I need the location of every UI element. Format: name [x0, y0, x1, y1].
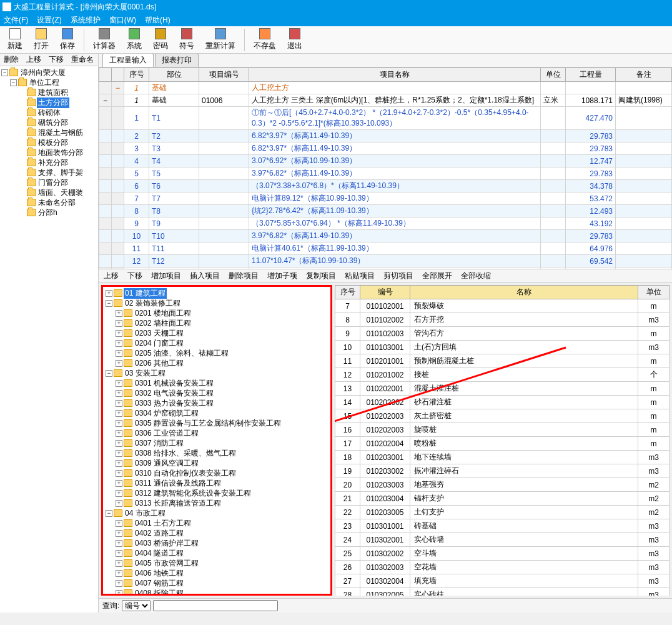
expand-icon[interactable]: + [116, 530, 122, 537]
item-row[interactable]: 13010202001混凝土灌注桩m [335, 382, 670, 396]
tab[interactable]: 报表打印 [155, 54, 199, 67]
expand-icon[interactable]: − [106, 300, 112, 307]
item-row[interactable]: 21010203004锚杆支护m2 [335, 492, 670, 506]
item-row[interactable]: 15010202003灰土挤密桩m [335, 409, 670, 423]
expand-icon[interactable]: + [116, 480, 122, 487]
tree-action[interactable]: 下移 [49, 54, 64, 65]
open-button[interactable]: 打开 [29, 27, 54, 52]
expand-icon[interactable]: + [116, 320, 122, 327]
item-row[interactable]: 17010202004喷粉桩m [335, 437, 670, 451]
expand-icon[interactable]: + [116, 490, 122, 497]
category-node[interactable]: +0408 拆除工程 [104, 588, 329, 596]
exit-button[interactable]: 退出 [282, 27, 307, 52]
expand-icon[interactable]: + [116, 500, 122, 507]
expand-icon[interactable]: + [116, 330, 122, 337]
item-row[interactable]: 26010302003空花墙m3 [335, 561, 670, 574]
expand-icon[interactable]: + [116, 580, 122, 587]
tree-node[interactable]: 模板分部 [1, 138, 97, 148]
grid-row[interactable]: −1基础人工挖土方 [99, 82, 672, 94]
category-node[interactable]: +0407 钢筋工程 [104, 578, 329, 588]
action-button[interactable]: 复制项目 [306, 271, 336, 281]
expand-icon[interactable]: + [116, 560, 122, 567]
grid-row[interactable]: 4T43.07*6.92*（标高10.99-10.39）12.747 [99, 155, 672, 168]
grid-row[interactable]: 11T11电脑计算40.61*（标高11.99-10.39）64.976 [99, 242, 672, 255]
tree-node[interactable]: 建筑面积 [1, 88, 97, 98]
item-list-panel[interactable]: 序号编号名称单位7010102001预裂爆破m8010102002石方开挖m39… [335, 285, 670, 596]
category-node[interactable]: +0305 静置设备与工艺金属结构制作安装工程 [104, 418, 329, 428]
action-button[interactable]: 删除项目 [229, 271, 259, 281]
expand-icon[interactable]: + [116, 410, 122, 417]
expand-icon[interactable]: + [116, 350, 122, 357]
category-node[interactable]: +0312 建筑智能化系统设备安装工程 [104, 488, 329, 498]
search-field-select[interactable]: 编号 [122, 600, 151, 611]
search-input[interactable] [153, 600, 278, 611]
grid-row[interactable]: 9T9（3.07*5.85+3.07*6.94） *（标高11.49-10.39… [99, 218, 672, 230]
item-row[interactable]: 10010103001土(石)方回填m3 [335, 341, 670, 354]
grid-row[interactable]: 7T7电脑计算89.12*（标高10.99-10.39）53.472 [99, 192, 672, 205]
grid-row[interactable]: 3T36.82*3.97*（标高11.49-10.39）29.783 [99, 142, 672, 155]
menu-item[interactable]: 帮助(H) [145, 15, 170, 26]
category-node[interactable]: +0302 电气设备安装工程 [104, 388, 329, 398]
action-button[interactable]: 全部展开 [422, 271, 452, 281]
grid-row[interactable]: −1基础01006人工挖土方 三类土 深度(6m以内)[1、群桩挖土，R*1.2… [99, 94, 672, 107]
item-row[interactable]: 11010201001预制钢筋混凝土桩m [335, 354, 670, 368]
category-node[interactable]: +0308 给排水、采暖、燃气工程 [104, 448, 329, 458]
expand-icon[interactable]: + [116, 430, 122, 437]
expand-icon[interactable]: + [106, 290, 112, 297]
menu-item[interactable]: 文件(F) [4, 15, 28, 26]
expand-icon[interactable]: + [116, 520, 122, 527]
tree-node[interactable]: 未命名分部 [1, 198, 97, 208]
sys-button[interactable]: 系统 [122, 27, 147, 52]
expand-icon[interactable]: − [106, 510, 112, 517]
action-button[interactable]: 剪切项目 [383, 271, 413, 281]
tab[interactable]: 工程量输入 [102, 54, 154, 67]
category-node[interactable]: +0202 墙柱面工程 [104, 318, 329, 328]
grid-row[interactable]: 5T53.97*6.82*（标高11.49-10.39）29.783 [99, 168, 672, 180]
item-row[interactable]: 18010203001地下连续墙m3 [335, 451, 670, 464]
item-row[interactable]: 8010102002石方开挖m3 [335, 313, 670, 327]
tree-action[interactable]: 上移 [26, 54, 41, 65]
grid-row[interactable]: 12T1211.07*10.47*（标高10.99-10.39）69.542 [99, 255, 672, 268]
new-button[interactable]: 新建 [2, 27, 27, 52]
tree-node[interactable]: 砖砌体 [1, 108, 97, 118]
item-row[interactable]: 12010201002接桩个 [335, 368, 670, 382]
expand-icon[interactable]: + [116, 380, 122, 387]
category-node[interactable]: +0403 桥涵护岸工程 [104, 538, 329, 548]
category-node[interactable]: +0201 楼地面工程 [104, 308, 329, 318]
item-row[interactable]: 28010302005实心砖柱m3 [335, 588, 670, 596]
tree-node[interactable]: 补充分部 [1, 158, 97, 168]
nosave-button[interactable]: 不存盘 [249, 27, 281, 52]
category-node[interactable]: +0405 市政管网工程 [104, 558, 329, 568]
item-row[interactable]: 7010102001预裂爆破m [335, 299, 670, 313]
action-button[interactable]: 插入项目 [190, 271, 220, 281]
item-row[interactable]: 19010203002振冲灌注碎石m3 [335, 464, 670, 478]
item-row[interactable]: 16010202003旋喷桩m [335, 423, 670, 437]
project-tree[interactable]: −漳州向荣大厦−单位工程建筑面积土方分部砖砌体砌筑分部混凝土与钢筋模板分部地面装… [0, 66, 98, 219]
expand-icon[interactable]: − [106, 370, 112, 377]
category-node[interactable]: +0303 热力设备安装工程 [104, 398, 329, 408]
menu-item[interactable]: 窗口(W) [109, 15, 136, 26]
item-table[interactable]: 序号编号名称单位7010102001预裂爆破m8010102002石方开挖m39… [335, 285, 670, 596]
calc-button[interactable]: 计算器 [88, 27, 121, 52]
expand-icon[interactable]: + [116, 390, 122, 397]
grid-row[interactable]: 8T8{坑2}2.78*6.42*（标高11.09-10.39）12.493 [99, 205, 672, 218]
expand-icon[interactable]: + [116, 470, 122, 477]
tree-node[interactable]: 分部h [1, 208, 97, 218]
category-node[interactable]: +0309 通风空调工程 [104, 458, 329, 468]
quantity-grid[interactable]: 序号部位项目编号项目名称单位工程量备注−1基础人工挖土方−1基础01006人工挖… [99, 68, 672, 269]
action-button[interactable]: 全部收缩 [461, 271, 491, 281]
item-row[interactable]: 24010302001实心砖墙m3 [335, 533, 670, 547]
category-node[interactable]: −03 安装工程 [104, 368, 329, 378]
action-button[interactable]: 增加项目 [151, 271, 181, 281]
category-node[interactable]: +0304 炉窑砌筑工程 [104, 408, 329, 418]
expand-icon[interactable]: + [116, 360, 122, 367]
item-row[interactable]: 9010102003管沟石方m [335, 327, 670, 341]
tree-action[interactable]: 删除 [4, 54, 19, 65]
grid-row[interactable]: 1T1①前～①后[（45.0+2.7+4.0-0.3*2） *（21.9+4.0… [99, 107, 672, 130]
category-node[interactable]: +0404 隧道工程 [104, 548, 329, 558]
expand-icon[interactable]: + [116, 420, 122, 427]
menu-item[interactable]: 系统维护 [71, 15, 101, 26]
item-row[interactable]: 22010203005土钉支护m2 [335, 506, 670, 519]
tree-node[interactable]: 墙面、天棚装 [1, 188, 97, 198]
menu-item[interactable]: 设置(Z) [37, 15, 61, 26]
